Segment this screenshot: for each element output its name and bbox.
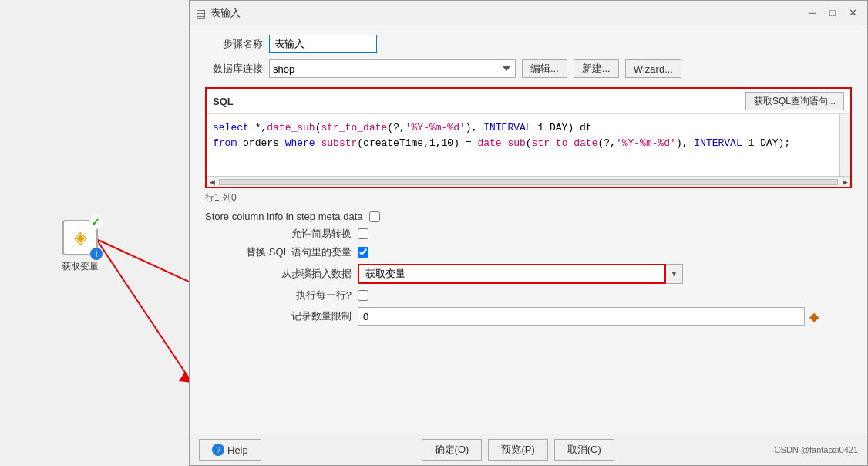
scroll-left-arrow[interactable]: ◀ <box>207 177 217 187</box>
svg-marker-1 <box>179 372 189 383</box>
watermark: CSDN @fantaozi0421 <box>775 445 858 454</box>
step-name-row: 步骤名称 <box>205 35 852 53</box>
diamond-icon: ◆ <box>809 309 819 324</box>
db-select[interactable]: shop <box>269 59 516 78</box>
step-name-input[interactable] <box>269 35 377 53</box>
help-circle-icon: ? <box>212 444 224 456</box>
record-limit-row: 记录数量限制 ◆ <box>205 307 852 326</box>
dialog-footer: ? Help 确定(O) 预览(P) 取消(C) CSDN @fantaozi0… <box>190 434 867 465</box>
replace-var-checkbox[interactable] <box>358 247 368 258</box>
record-limit-label: 记录数量限制 <box>205 309 352 323</box>
sql-scrollbar-v[interactable] <box>839 114 850 176</box>
cancel-button[interactable]: 取消(C) <box>554 439 614 461</box>
scroll-right-arrow[interactable]: ▶ <box>839 177 850 187</box>
from-step-input-wrap: ▼ <box>358 264 852 284</box>
svg-line-0 <box>96 239 189 378</box>
node-info-badge: i <box>90 248 103 260</box>
variable-icon: ◈ <box>74 228 87 248</box>
sql-section: SQL 获取SQL查询语句... select *,date_sub(str_t… <box>205 87 852 188</box>
execute-each-checkbox[interactable] <box>358 290 368 301</box>
replace-var-row: 替换 SQL 语句里的变量 <box>205 245 852 259</box>
form-area: 步骤名称 数据库连接 shop 编辑... 新建... Wizard... <box>190 25 867 87</box>
allow-simple-label: 允许简易转换 <box>205 227 352 241</box>
edit-button[interactable]: 编辑... <box>522 59 567 78</box>
footer-center: 确定(O) 预览(P) 取消(C) <box>422 439 614 461</box>
wizard-button[interactable]: Wizard... <box>625 59 681 78</box>
titlebar-title: 表输入 <box>210 6 241 20</box>
from-step-row: 从步骤插入数据 ▼ <box>205 264 852 284</box>
titlebar: ▤ 表输入 ─ □ ✕ <box>190 1 867 25</box>
store-col-row: Store column info in step meta data <box>205 211 852 222</box>
from-step-input[interactable] <box>358 264 666 284</box>
store-col-label: Store column info in step meta data <box>205 211 363 222</box>
node-check-mark: ✓ <box>89 215 103 229</box>
fetch-sql-button[interactable]: 获取SQL查询语句... <box>745 92 844 110</box>
allow-simple-row: 允许简易转换 <box>205 227 852 241</box>
workflow-canvas: ◈ ✓ i 获取变量 <box>0 0 189 466</box>
maximize-button[interactable]: □ <box>824 5 841 22</box>
table-input-dialog: ▤ 表输入 ─ □ ✕ 步骤名称 数据库连接 shop 编辑... 新建... … <box>189 0 868 466</box>
svg-line-2 <box>96 239 189 282</box>
sql-editor-area[interactable]: select *,date_sub(str_to_date(?,'%Y-%m-%… <box>207 114 850 176</box>
sql-editor[interactable]: select *,date_sub(str_to_date(?,'%Y-%m-%… <box>207 114 850 176</box>
footer-left: ? Help <box>199 439 261 461</box>
db-label: 数据库连接 <box>205 62 263 76</box>
from-step-label: 从步骤插入数据 <box>205 267 352 281</box>
db-connection-row: 数据库连接 shop 编辑... 新建... Wizard... <box>205 59 852 78</box>
replace-var-label: 替换 SQL 语句里的变量 <box>205 245 352 259</box>
store-col-checkbox[interactable] <box>369 211 380 222</box>
options-section: Store column info in step meta data 允许简易… <box>190 208 867 329</box>
confirm-button[interactable]: 确定(O) <box>422 439 483 461</box>
execute-each-row: 执行每一行? <box>205 289 852 302</box>
sql-label: SQL <box>213 96 234 107</box>
node-get-variable[interactable]: ◈ ✓ i 获取变量 <box>62 220 99 273</box>
record-limit-input[interactable] <box>358 307 805 326</box>
allow-simple-checkbox[interactable] <box>358 228 368 239</box>
record-limit-wrap: ◆ <box>358 307 819 326</box>
new-button[interactable]: 新建... <box>574 59 619 78</box>
node-label: 获取变量 <box>62 260 99 273</box>
execute-each-label: 执行每一行? <box>205 289 352 302</box>
step-name-label: 步骤名称 <box>205 37 263 51</box>
sql-scrollbar-h[interactable]: ◀ ▶ <box>207 176 850 187</box>
minimize-button[interactable]: ─ <box>804 5 821 22</box>
from-step-dropdown-arrow[interactable]: ▼ <box>666 264 683 284</box>
sql-header: SQL 获取SQL查询语句... <box>207 89 850 114</box>
row-col-info: 行1 列0 <box>190 188 867 208</box>
help-label: Help <box>227 444 248 456</box>
titlebar-left: ▤ 表输入 <box>196 6 241 20</box>
close-button[interactable]: ✕ <box>844 5 861 22</box>
preview-button[interactable]: 预览(P) <box>488 439 547 461</box>
titlebar-icon: ▤ <box>196 7 206 19</box>
titlebar-controls: ─ □ ✕ <box>804 5 861 22</box>
help-button[interactable]: ? Help <box>199 439 261 461</box>
node-icon-box: ◈ ✓ i <box>62 220 98 255</box>
